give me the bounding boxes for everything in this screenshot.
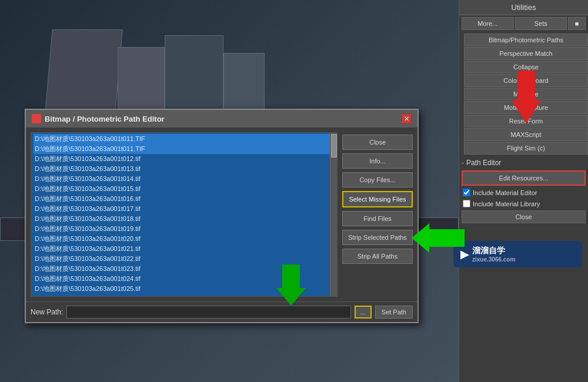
sets-icon-button[interactable]: ■ [568,17,586,30]
browse-button[interactable]: ... [355,306,372,319]
copy-files-button[interactable]: Copy Files... [342,172,413,187]
file-item[interactable]: D:\地图材质\530103a263a001t019.tif [34,224,335,234]
strip-all-button[interactable]: Strip All Paths [342,249,413,264]
path-editor-subheader: - Path Editor [459,156,588,169]
dialog-icon [32,114,41,123]
strip-selected-button[interactable]: Strip Selected Paths [342,230,413,245]
edit-resources-button[interactable]: Edit Resources... [462,170,586,186]
scrollbar[interactable] [330,133,337,296]
bitmap-path-editor-dialog: Bitmap / Photometric Path Editor ✕ D:\地图… [25,109,419,323]
svg-marker-0 [412,223,465,253]
bitmap-photometric-button[interactable]: Bitmap/Photometric Paths [464,33,588,46]
include-material-editor-row: Include Material Editor [459,187,588,198]
watermark: ▶ 溜溜自学 zixue.3066.com [453,241,582,267]
minus-icon: - [462,159,464,167]
dialog-close-button[interactable]: ✕ [401,113,412,124]
dialog-title-text: Bitmap / Photometric Path Editor [45,115,165,123]
watermark-line2: zixue.3066.com [472,256,515,263]
dialog-title: Bitmap / Photometric Path Editor [32,114,165,123]
sets-button[interactable]: Sets [515,17,567,30]
file-item[interactable]: D:\地图材质\530103a263a001t011.TIF [34,144,335,154]
file-item[interactable]: D:\地图材质\530103a263a001t022.tif [34,254,335,264]
new-path-label: New Path: [31,308,63,316]
watermark-line1: 溜溜自学 [472,246,515,256]
file-item[interactable]: D:\地图材质\530103a263a001t014.tif [34,174,335,184]
file-item[interactable]: D:\地图材质\530103a263a001t015.tif [34,184,335,194]
info-button[interactable]: Info... [342,153,413,169]
set-path-button[interactable]: Set Path [375,306,413,319]
select-missing-button[interactable]: Select Missing Files [342,191,413,207]
flight-sim-button[interactable]: Flight Sim (c) [464,142,588,155]
new-path-input[interactable] [66,306,350,319]
include-material-editor-label: Include Material Editor [473,189,537,196]
maxscript-button[interactable]: MAXScript [464,128,588,141]
scrollbar-thumb[interactable] [331,134,337,158]
file-item[interactable]: D:\地图材质\530103a263a001t013.tif [34,164,335,174]
file-item[interactable]: D:\地图材质\530103a263a001t011.TIF [34,134,335,144]
dialog-bottom: New Path: ... Set Path [26,301,417,322]
red-arrow-down [512,71,541,123]
panel-close-button[interactable]: Close [462,210,586,223]
green-arrow-down [276,264,306,306]
file-item[interactable]: D:\地图材质\530103a263a001t018.tif [34,214,335,224]
include-material-library-checkbox[interactable] [463,200,470,207]
path-editor-label: Path Editor [466,159,501,167]
close-dialog-button[interactable]: Close [342,135,413,150]
find-files-button[interactable]: Find Files [342,211,413,226]
file-item[interactable]: D:\地图材质\530103a263a001t016.tif [34,194,335,204]
utilities-top-row: More... Sets ■ [459,15,588,32]
dialog-action-buttons: Close Info... Copy Files... Select Missi… [342,132,413,297]
include-material-library-row: Include Material Library [459,198,588,209]
include-material-library-label: Include Material Library [473,200,540,207]
dialog-body: D:\地图材质\530103a263a001t011.TIFD:\地图材质\53… [26,128,417,301]
perspective-match-button[interactable]: Perspective Match [464,47,588,60]
watermark-icon: ▶ 溜溜自学 zixue.3066.com [460,246,575,263]
file-item[interactable]: D:\地图材质\530103a263a001t017.tif [34,204,335,214]
file-item[interactable]: D:\地图材质\530103a263a001t020.tif [34,234,335,244]
utilities-panel: Utilities More... Sets ■ Bitmap/Photomet… [459,0,588,382]
green-arrow-left [412,223,465,253]
utilities-header: Utilities [459,0,588,15]
file-item[interactable]: D:\地图材质\530103a263a001t021.tif [34,244,335,254]
dialog-titlebar: Bitmap / Photometric Path Editor ✕ [26,110,417,128]
svg-marker-2 [276,264,306,306]
file-item[interactable]: D:\地图材质\530103a263a001t012.tif [34,154,335,164]
more-button[interactable]: More... [462,17,514,30]
svg-marker-1 [512,71,541,123]
include-material-editor-checkbox[interactable] [463,189,470,196]
